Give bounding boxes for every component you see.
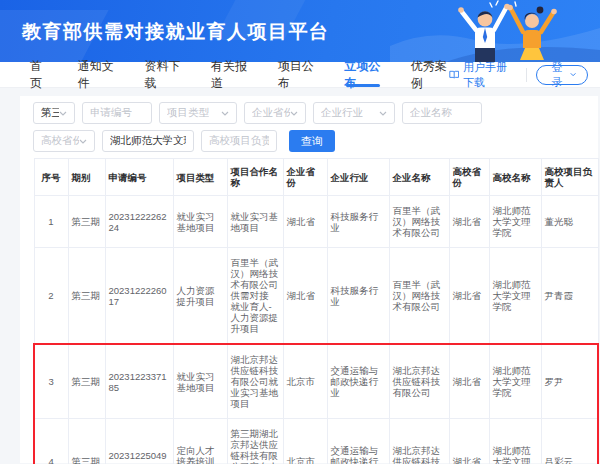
table-head: 序号期别申请编号项目类型项目合作名称企业省份企业行业企业名称高校省份高校名称高校… bbox=[34, 159, 598, 196]
chevron-down-icon bbox=[570, 72, 576, 77]
cell: 湖北师范大学文理学院 bbox=[489, 248, 541, 345]
enterprise-province-select[interactable]: 企业省份 bbox=[244, 102, 306, 124]
project-type-select-text: 项目类型 bbox=[167, 106, 209, 120]
results-card: 第三期申请编号项目类型企业省份企业行业企业名称 高校省份湖北师范大学文理学院高校… bbox=[20, 96, 598, 463]
university-leader-input[interactable]: 高校项目负责人 bbox=[201, 130, 277, 152]
enterprise-name-input[interactable]: 企业名称 bbox=[402, 102, 482, 124]
application-no-input-text: 申请编号 bbox=[90, 106, 132, 120]
cell: 交通运输与邮政快递行业 bbox=[327, 344, 389, 419]
search-button[interactable]: 查询 bbox=[289, 130, 335, 152]
column-header: 序号 bbox=[34, 159, 68, 196]
cell: 第三期 bbox=[68, 248, 105, 345]
banner-illustration-people bbox=[390, 0, 600, 62]
cell: 第三期 bbox=[68, 419, 105, 464]
university-leader-input-text: 高校项目负责人 bbox=[209, 134, 269, 148]
manual-download-label: 用户手册下载 bbox=[463, 60, 516, 90]
app-title: 教育部供需对接就业育人项目平台 bbox=[22, 19, 330, 45]
app-banner: 教育部供需对接就业育人项目平台 bbox=[0, 0, 600, 62]
nav-item-downloads[interactable]: 资料下载 bbox=[144, 62, 182, 87]
cell: 湖北省 bbox=[283, 196, 327, 248]
column-header: 企业省份 bbox=[283, 159, 327, 196]
cell: 湖北省 bbox=[449, 196, 489, 248]
login-button[interactable]: 登录 bbox=[536, 65, 588, 85]
table-row: 1第三期2023122226224就业实习基地项目就业实习基地项目湖北省科技服务… bbox=[34, 196, 598, 248]
university-province-select-text: 高校省份 bbox=[41, 134, 79, 148]
cell: 罗尹 bbox=[541, 344, 598, 419]
cell: 湖北省 bbox=[449, 419, 489, 464]
cell: 北京市 bbox=[283, 419, 327, 464]
university-name-input-text: 湖北师范大学文理学院 bbox=[110, 134, 186, 148]
main-nav: 首页通知文件资料下载有关报道项目公布立项公布优秀案例 用户手册下载 登录 bbox=[0, 62, 600, 88]
nav-right: 用户手册下载 登录 bbox=[449, 60, 589, 90]
cell: 就业实习基地项目 bbox=[173, 344, 227, 419]
enterprise-name-input-text: 企业名称 bbox=[410, 106, 452, 120]
nav-item-approval-announcement[interactable]: 立项公布 bbox=[344, 62, 382, 87]
cell: 3 bbox=[34, 344, 68, 419]
nav-divider bbox=[526, 68, 527, 82]
cell: 2023122504956 bbox=[105, 419, 173, 464]
cell: 湖北省 bbox=[449, 248, 489, 345]
cell: 湖北京邦达供应链科技有限公司就业实习基地项目 bbox=[227, 344, 283, 419]
chevron-down-icon bbox=[79, 139, 87, 144]
cell: 科技服务行业 bbox=[327, 248, 389, 345]
cell: 湖北师范大学文理学院 bbox=[489, 344, 541, 419]
login-label: 登录 bbox=[548, 60, 565, 90]
cell: 湖北京邦达供应链科技有限公司 bbox=[389, 344, 449, 419]
phase-select[interactable]: 第三期 bbox=[33, 102, 75, 124]
cell: 董光聪 bbox=[541, 196, 598, 248]
cell: 第三期 bbox=[68, 196, 105, 248]
nav-item-project-announcement[interactable]: 项目公布 bbox=[278, 62, 316, 87]
content-area: 第三期申请编号项目类型企业省份企业行业企业名称 高校省份湖北师范大学文理学院高校… bbox=[0, 88, 600, 463]
cell: 2023122226017 bbox=[105, 248, 173, 345]
enterprise-province-select-text: 企业省份 bbox=[252, 106, 290, 120]
cell: 湖北京邦达供应链科技有限公司 bbox=[389, 419, 449, 464]
column-header: 高校名称 bbox=[489, 159, 541, 196]
application-no-input[interactable]: 申请编号 bbox=[82, 102, 152, 124]
column-header: 高校省份 bbox=[449, 159, 489, 196]
column-header: 项目类型 bbox=[173, 159, 227, 196]
cell: 就业实习基地项目 bbox=[173, 196, 227, 248]
header-row: 序号期别申请编号项目类型项目合作名称企业省份企业行业企业名称高校省份高校名称高校… bbox=[34, 159, 598, 196]
cell: 第三期湖北京邦达供应链科技有限公司定向人才培养培训项目 bbox=[227, 419, 283, 464]
cell: 1 bbox=[34, 196, 68, 248]
filter-row-2: 高校省份湖北师范大学文理学院高校项目负责人查询 bbox=[33, 130, 598, 152]
book-icon bbox=[449, 69, 459, 80]
column-header: 企业名称 bbox=[389, 159, 449, 196]
nav-item-home[interactable]: 首页 bbox=[30, 62, 49, 87]
cell: 交通运输与邮政快递行业 bbox=[327, 419, 389, 464]
enterprise-industry-select[interactable]: 企业行业 bbox=[313, 102, 395, 124]
column-header: 高校项目负责人 bbox=[541, 159, 598, 196]
nav-item-reports[interactable]: 有关报道 bbox=[211, 62, 249, 87]
cell: 就业实习基地项目 bbox=[227, 196, 283, 248]
cell: 第三期 bbox=[68, 344, 105, 419]
nav-item-notice-files[interactable]: 通知文件 bbox=[78, 62, 116, 87]
chevron-down-icon bbox=[59, 111, 67, 116]
chevron-down-icon bbox=[221, 111, 229, 116]
cell: 2023122337185 bbox=[105, 344, 173, 419]
cell: 湖北省 bbox=[449, 344, 489, 419]
cell: 2 bbox=[34, 248, 68, 345]
column-header: 申请编号 bbox=[105, 159, 173, 196]
cell: 人力资源提升项目 bbox=[173, 248, 227, 345]
cell: 湖北师范大学文理学院 bbox=[489, 196, 541, 248]
page: 教育部供需对接就业育人项目平台 bbox=[0, 0, 600, 464]
table-row: 3第三期2023122337185就业实习基地项目湖北京邦达供应链科技有限公司就… bbox=[34, 344, 598, 419]
results-table: 序号期别申请编号项目类型项目合作名称企业省份企业行业企业名称高校省份高校名称高校… bbox=[33, 158, 599, 464]
university-name-input[interactable]: 湖北师范大学文理学院 bbox=[102, 130, 194, 152]
cell: 百里半（武汉）网络技术有限公司 bbox=[389, 248, 449, 345]
column-header: 期别 bbox=[68, 159, 105, 196]
university-province-select[interactable]: 高校省份 bbox=[33, 130, 95, 152]
table-row: 4第三期2023122504956定向人才培养培训项目第三期湖北京邦达供应链科技… bbox=[34, 419, 598, 464]
project-type-select[interactable]: 项目类型 bbox=[159, 102, 237, 124]
column-header: 项目合作名称 bbox=[227, 159, 283, 196]
cell: 百里半（武汉）网络技术有限公司 bbox=[389, 196, 449, 248]
manual-download-link[interactable]: 用户手册下载 bbox=[449, 60, 516, 90]
cell: 湖北师范大学文理学院 bbox=[489, 419, 541, 464]
chevron-down-icon bbox=[379, 111, 387, 116]
column-header: 企业行业 bbox=[327, 159, 389, 196]
nav-item-excellent-cases[interactable]: 优秀案例 bbox=[411, 62, 449, 87]
cell: 百里半（武汉）网络技术有限公司供需对接 就业育人-人力资源提升项目 bbox=[227, 248, 283, 345]
cell: 湖北省 bbox=[283, 248, 327, 345]
cell: 科技服务行业 bbox=[327, 196, 389, 248]
cell: 2023122226224 bbox=[105, 196, 173, 248]
